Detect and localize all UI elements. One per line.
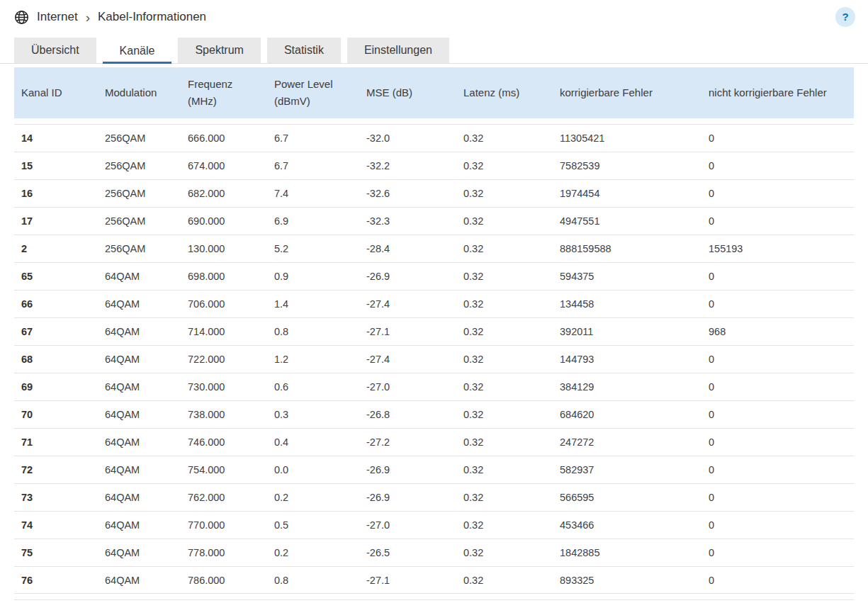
cell: 0.32 — [456, 409, 553, 420]
cell: 392011 — [553, 326, 701, 337]
cell: 0.32 — [456, 133, 553, 144]
cell: 0 — [701, 381, 854, 393]
cell: 2 — [14, 243, 98, 254]
cell: -27.4 — [359, 354, 456, 365]
cell: 0 — [701, 436, 854, 448]
help-button[interactable]: ? — [835, 7, 855, 27]
table-row: 2256QAM130.0005.2-28.40.3288815958815519… — [14, 235, 854, 262]
table-row: 7564QAM778.0000.2-26.50.3218428850 — [14, 539, 854, 566]
table-row: 16256QAM682.0007.4-32.60.3219744540 — [14, 179, 854, 207]
cell: 0 — [701, 160, 854, 171]
cell: 0.8 — [267, 575, 359, 586]
table-header-row: Kanal IDModulationFrequenz (MHz)Power Le… — [14, 67, 854, 118]
cell: -27.1 — [359, 575, 456, 586]
cell: -27.4 — [359, 298, 456, 310]
cell: 64QAM — [98, 354, 181, 365]
cell: 17 — [14, 215, 98, 227]
cell: 7.4 — [267, 188, 359, 199]
cell: 64QAM — [98, 575, 181, 586]
cell: 1.4 — [267, 298, 359, 310]
cell: 66 — [14, 298, 98, 310]
table-row: 7664QAM786.0000.8-27.10.328933250 — [14, 566, 854, 594]
tab-bar: ÜbersichtKanäleSpektrumStatistikEinstell… — [0, 34, 868, 64]
cell: 786.000 — [181, 575, 267, 586]
cell: 256QAM — [98, 215, 181, 227]
cell: 0.32 — [456, 492, 553, 503]
cell: 0 — [701, 575, 854, 586]
cell: -27.0 — [359, 381, 456, 393]
column-header-kanal-id: Kanal ID — [14, 79, 98, 107]
cell: 71 — [14, 436, 98, 448]
cell: 5.2 — [267, 243, 359, 254]
cell: 754.000 — [181, 464, 267, 475]
cell: -26.8 — [359, 409, 456, 420]
column-header-korrigierbare-fehler: korrigierbare Fehler — [553, 79, 701, 107]
breadcrumb: Internet › Kabel-Informationen — [37, 10, 206, 24]
cell: 0.3 — [267, 409, 359, 420]
cell: 0 — [701, 492, 854, 503]
cell: 778.000 — [181, 547, 267, 558]
cell: 247272 — [553, 436, 701, 448]
cell: -27.2 — [359, 436, 456, 448]
cell: 0.4 — [267, 436, 359, 448]
column-header-power-level-dbmv-: Power Level (dBmV) — [267, 70, 359, 115]
cell: 0 — [701, 133, 854, 144]
cell: 0 — [701, 354, 854, 365]
cell: 0.32 — [456, 298, 553, 310]
cell: 968 — [701, 326, 854, 337]
tab-spektrum[interactable]: Spektrum — [178, 38, 260, 63]
cell: 6.7 — [267, 133, 359, 144]
cell: 134458 — [553, 298, 701, 310]
tab-kanale[interactable]: Kanäle — [103, 38, 172, 64]
cell: 714.000 — [181, 326, 267, 337]
table-body: 14256QAM666.0006.7-32.00.321130542101525… — [14, 124, 854, 594]
cell: 722.000 — [181, 354, 267, 365]
cell: 770.000 — [181, 519, 267, 531]
table-row: 7064QAM738.0000.3-26.80.326846200 — [14, 400, 854, 428]
table-row-partial — [14, 599, 854, 603]
cell: 566595 — [553, 492, 701, 503]
cell: 0.32 — [456, 215, 553, 227]
breadcrumb-root[interactable]: Internet — [37, 10, 78, 24]
cell: 68 — [14, 354, 98, 365]
cell: -28.4 — [359, 243, 456, 254]
cell: 75 — [14, 547, 98, 558]
cell: 0 — [701, 215, 854, 227]
cell: 1.2 — [267, 354, 359, 365]
cell: 698.000 — [181, 271, 267, 282]
cell: 16 — [14, 188, 98, 199]
column-header-frequenz-mhz-: Frequenz (MHz) — [181, 70, 267, 115]
cell: 69 — [14, 381, 98, 393]
cell: 0 — [701, 519, 854, 531]
cell: 15 — [14, 160, 98, 171]
cell: 0.9 — [267, 271, 359, 282]
cell: 0 — [701, 464, 854, 475]
cell: 762.000 — [181, 492, 267, 503]
cell: 256QAM — [98, 160, 181, 171]
cell: -27.1 — [359, 326, 456, 337]
cell: 256QAM — [98, 188, 181, 199]
cell: 6.7 — [267, 160, 359, 171]
cell: 594375 — [553, 271, 701, 282]
cell: 1974454 — [553, 188, 701, 199]
tab-einstellungen[interactable]: Einstellungen — [347, 38, 449, 63]
cell: -26.9 — [359, 492, 456, 503]
cell: 64QAM — [98, 409, 181, 420]
cell: 64QAM — [98, 436, 181, 448]
table-row: 6564QAM698.0000.9-26.90.325943750 — [14, 262, 854, 290]
tab-ubersicht[interactable]: Übersicht — [14, 38, 96, 63]
tab-statistik[interactable]: Statistik — [267, 38, 341, 63]
cell: 746.000 — [181, 436, 267, 448]
cell: 7582539 — [553, 160, 701, 171]
cell: 893325 — [553, 575, 701, 586]
cell: 130.000 — [181, 243, 267, 254]
cell: 0.8 — [267, 326, 359, 337]
cell: 582937 — [553, 464, 701, 475]
cell: 64QAM — [98, 492, 181, 503]
cell: 453466 — [553, 519, 701, 531]
cell: 0.0 — [267, 464, 359, 475]
cell: 0 — [701, 271, 854, 282]
cell: 65 — [14, 271, 98, 282]
table-row: 17256QAM690.0006.9-32.30.3249475510 — [14, 207, 854, 235]
column-header-nicht-korrigierbare-fehler: nicht korrigierbare Fehler — [701, 79, 854, 107]
